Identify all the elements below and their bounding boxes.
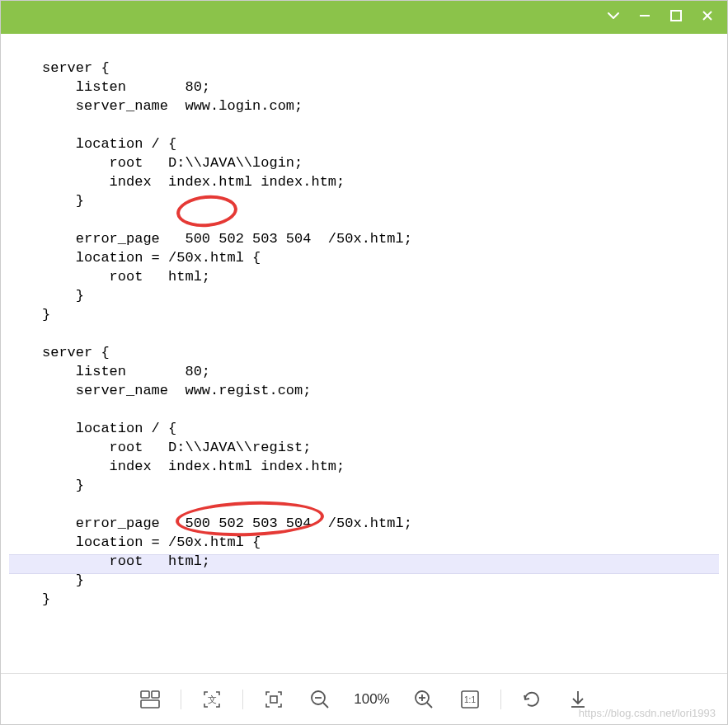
collapse-icon[interactable] bbox=[606, 8, 621, 27]
rotate-button[interactable] bbox=[516, 684, 547, 715]
zoom-out-button[interactable] bbox=[304, 684, 336, 715]
zoom-level: 100% bbox=[350, 691, 392, 708]
watermark: https://blog.csdn.net/lori1993 bbox=[579, 707, 716, 719]
gallery-button[interactable] bbox=[134, 684, 166, 715]
svg-rect-8 bbox=[270, 696, 277, 703]
actual-size-button[interactable]: 1:1 bbox=[454, 684, 486, 715]
divider bbox=[242, 690, 243, 709]
divider bbox=[500, 690, 501, 709]
close-icon[interactable] bbox=[700, 8, 715, 27]
maximize-icon[interactable] bbox=[669, 8, 683, 27]
svg-line-10 bbox=[323, 703, 328, 708]
code-content[interactable]: server { listen 80; server_name www.logi… bbox=[9, 59, 719, 609]
svg-rect-5 bbox=[152, 691, 159, 698]
minimize-icon[interactable] bbox=[637, 8, 652, 27]
svg-line-13 bbox=[427, 703, 432, 708]
svg-rect-1 bbox=[671, 11, 681, 21]
divider bbox=[181, 690, 181, 709]
fit-screen-button[interactable] bbox=[258, 684, 289, 715]
title-bar bbox=[1, 1, 727, 34]
svg-text:1:1: 1:1 bbox=[464, 695, 476, 704]
zoom-in-button[interactable] bbox=[408, 684, 439, 715]
svg-rect-6 bbox=[141, 700, 159, 708]
editor-area: server { listen 80; server_name www.logi… bbox=[1, 34, 727, 617]
svg-rect-4 bbox=[141, 691, 149, 698]
ocr-button[interactable]: 文 bbox=[196, 684, 228, 715]
svg-text:文: 文 bbox=[208, 694, 217, 704]
